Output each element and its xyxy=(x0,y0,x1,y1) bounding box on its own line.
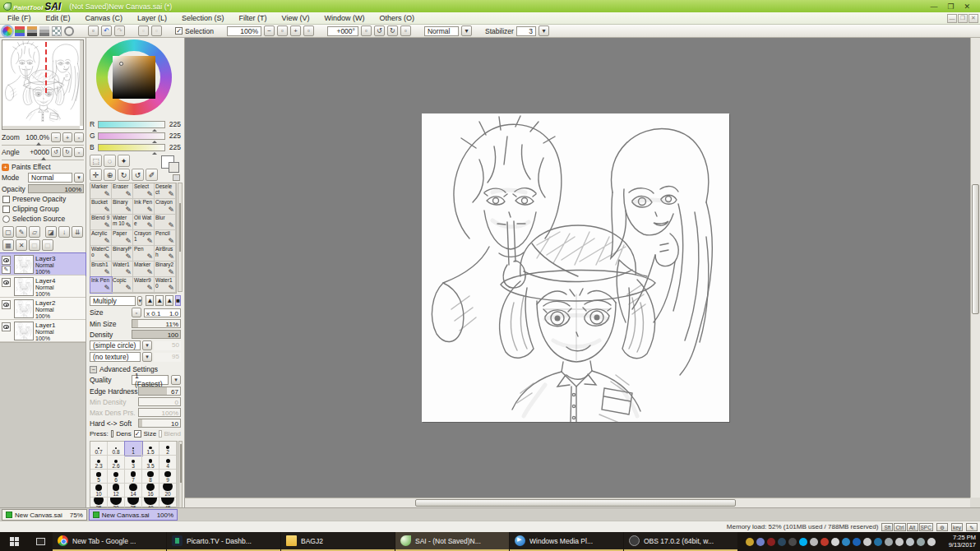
brush-size-cell[interactable]: 12 xyxy=(108,484,125,498)
key-toggle-button[interactable]: key xyxy=(951,523,963,531)
size-grid-scrollbar[interactable] xyxy=(178,441,183,507)
tray-icon[interactable] xyxy=(906,538,914,546)
brush-tool-cell[interactable]: Bucket ✎ xyxy=(90,199,112,215)
paints-effect-expand-icon[interactable]: + xyxy=(2,164,9,171)
tray-icon[interactable] xyxy=(799,538,807,546)
press-size-checkbox[interactable]: ✓ xyxy=(134,430,141,438)
size-unit-button[interactable]: ▫ xyxy=(132,308,141,317)
layer-visibility-toggle[interactable] xyxy=(2,278,11,287)
modifier-key-button[interactable]: Alt xyxy=(907,523,918,531)
tray-icon[interactable] xyxy=(778,538,786,546)
layer-visibility-toggle[interactable] xyxy=(2,256,11,265)
tray-icon[interactable] xyxy=(767,538,775,546)
stabilizer-value-field[interactable]: 3 xyxy=(516,26,536,36)
nav-rotate-cw-button[interactable]: ↻ xyxy=(62,147,72,157)
brush-size-cell[interactable]: 45 xyxy=(159,498,177,507)
brush-tool-cell[interactable]: Paper ✎ xyxy=(112,230,133,246)
stabilizer-dropdown-icon[interactable]: ▾ xyxy=(539,25,549,36)
clipping-group-checkbox[interactable] xyxy=(2,206,10,213)
undo-button[interactable]: ↶ xyxy=(101,25,112,36)
nav-angle-reset-button[interactable]: ▫ xyxy=(74,147,84,157)
brush-shape-4[interactable]: ■ xyxy=(175,295,181,306)
brush-tool-cell[interactable]: Brush1 ✎ xyxy=(90,262,112,277)
gray-slider-icon[interactable] xyxy=(39,26,49,36)
brush-size-cell[interactable]: 25 xyxy=(90,498,108,507)
brush-tool-cell[interactable]: AirBrush ✎ xyxy=(155,246,176,262)
brush-tool-cell[interactable]: Marker ✎ xyxy=(133,262,155,277)
brush-size-cell[interactable]: 14 xyxy=(125,484,142,498)
brush-texture-select[interactable]: (no texture) xyxy=(90,352,141,362)
mdi-minimize-icon[interactable]: — xyxy=(947,14,957,23)
gear-icon[interactable]: ⚙ xyxy=(936,523,948,531)
menu-item[interactable]: Canvas (C) xyxy=(78,14,131,22)
brush-blend-dropdown-icon[interactable]: ▾ xyxy=(137,296,142,306)
swatches-icon[interactable] xyxy=(52,26,62,36)
tray-icon[interactable] xyxy=(756,538,765,546)
lasso-tool[interactable]: ◌ xyxy=(104,155,116,167)
selection-increment-button[interactable]: ▫ xyxy=(138,25,149,36)
brush-size-cell[interactable]: 5 xyxy=(90,470,108,484)
swatch-small-button[interactable] xyxy=(173,174,180,181)
zoom-tool[interactable]: ⊕ xyxy=(104,169,116,181)
max-dens-prs-slider[interactable]: 100% xyxy=(138,408,181,417)
brush-size-cell[interactable]: 3 xyxy=(125,456,142,470)
brush-size-cell[interactable]: 2.3 xyxy=(90,456,108,470)
new-vector-layer-icon[interactable]: ✎ xyxy=(16,226,27,238)
brush-size-cell[interactable]: 40 xyxy=(142,498,159,507)
tray-icon[interactable] xyxy=(895,538,904,546)
canvas-vertical-scrollbar[interactable] xyxy=(970,38,980,498)
tray-icon[interactable] xyxy=(831,538,839,546)
hard-soft-slider[interactable]: 10 xyxy=(138,419,181,428)
density-slider[interactable]: 100 xyxy=(132,330,181,339)
brush-size-cell[interactable]: 4 xyxy=(159,456,177,470)
clear-layer-icon[interactable]: ▦ xyxy=(2,239,14,251)
brush-size-cell[interactable]: 2 xyxy=(159,442,177,456)
nav-angle-slider[interactable] xyxy=(2,160,84,162)
brush-size-cell[interactable]: 0.7 xyxy=(90,442,108,456)
canvas-document[interactable] xyxy=(422,113,729,422)
brush-size-cell[interactable]: 8 xyxy=(142,470,159,484)
layer-visibility-toggle[interactable] xyxy=(2,322,11,331)
navigator-panel[interactable] xyxy=(2,39,84,130)
rotate-ccw-button[interactable]: ↺ xyxy=(374,25,385,36)
magic-wand-tool[interactable]: ✦ xyxy=(118,155,130,167)
hue-ring[interactable] xyxy=(96,39,172,115)
nav-zoom-out-button[interactable]: − xyxy=(51,132,61,142)
taskbar-app-button[interactable]: Windows Media Pl... xyxy=(510,532,623,551)
tray-icon[interactable] xyxy=(842,538,850,546)
brush-shape-3[interactable]: ▲ xyxy=(165,295,173,306)
mdi-close-icon[interactable]: ✕ xyxy=(968,14,978,23)
brush-shape-select[interactable]: (simple circle) xyxy=(90,340,141,350)
g-slider[interactable] xyxy=(98,132,165,140)
min-size-slider[interactable]: 11% xyxy=(132,319,181,328)
brush-blend-mode-select[interactable]: Multiply xyxy=(90,296,136,306)
angle-reset-button[interactable]: ▫ xyxy=(361,25,372,36)
navigator-horizontal-scrollbar[interactable] xyxy=(2,126,80,129)
opacity-slider[interactable]: 100% xyxy=(28,184,84,193)
tray-icon[interactable] xyxy=(810,538,818,546)
canvas-viewport[interactable] xyxy=(185,38,980,507)
move-tool[interactable]: ✛ xyxy=(90,169,102,181)
taskbar-app-button[interactable]: New Tab - Google ... xyxy=(53,532,166,551)
rect-select-tool[interactable]: ⬚ xyxy=(90,155,102,167)
layer-visibility-toggle[interactable] xyxy=(2,300,11,309)
brush-size-cell[interactable]: 30 xyxy=(108,498,125,507)
tray-icon[interactable] xyxy=(917,538,925,546)
min-density-slider[interactable]: 0 xyxy=(138,397,181,406)
brush-size-cell[interactable]: 7 xyxy=(125,470,142,484)
brush-tool-cell[interactable]: Pencil ✎ xyxy=(155,230,176,246)
mode-dropdown-icon[interactable]: ▾ xyxy=(74,173,84,183)
zoom-reset-button[interactable]: ▫ xyxy=(277,25,288,36)
r-slider[interactable] xyxy=(98,121,165,128)
minimize-icon[interactable]: — xyxy=(930,2,937,11)
selection-source-radio[interactable] xyxy=(2,215,10,223)
blend-mode-dropdown-icon[interactable]: ▾ xyxy=(461,25,472,36)
copy-layer-icon[interactable]: ▢ xyxy=(29,239,40,251)
brush-texture-dropdown-icon[interactable]: ▾ xyxy=(142,352,152,362)
color-wheel-icon[interactable] xyxy=(2,26,12,36)
brush-shape-2[interactable]: ▲ xyxy=(155,295,164,306)
flip-button[interactable]: ▫ xyxy=(400,25,411,36)
brush-tool-cell[interactable]: Select ✎ xyxy=(133,183,155,199)
brush-size-cell[interactable]: 9 xyxy=(159,470,177,484)
press-blend-checkbox[interactable] xyxy=(159,430,161,438)
